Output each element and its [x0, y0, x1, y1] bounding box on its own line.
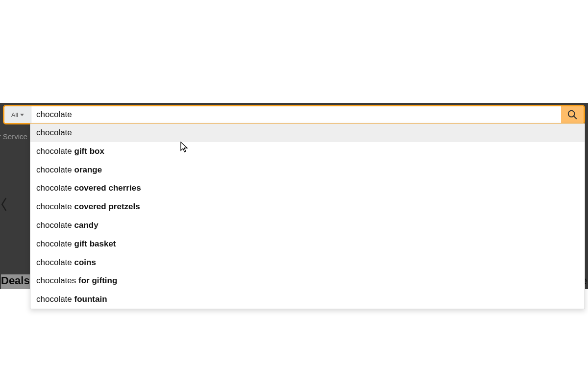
- suggestion-completion: candy: [74, 220, 98, 230]
- suggestion-completion: covered cherries: [74, 183, 141, 193]
- suggestion-prefix: chocolate: [36, 294, 74, 304]
- search-suggestion[interactable]: chocolate orange: [30, 161, 585, 179]
- suggestion-completion: fountain: [74, 294, 107, 304]
- suggestion-prefix: chocolate: [36, 202, 74, 211]
- search-suggestion[interactable]: chocolates for gifting: [30, 271, 585, 290]
- suggestion-prefix: chocolate: [36, 147, 74, 156]
- search-suggestion[interactable]: chocolate coins: [30, 253, 585, 272]
- caret-down-icon: [20, 114, 24, 116]
- search-suggestion[interactable]: chocolate: [30, 123, 585, 142]
- search-suggestion[interactable]: chocolate covered pretzels: [30, 197, 585, 216]
- suggestion-prefix: chocolate: [36, 165, 74, 174]
- suggestion-completion: for gifting: [78, 276, 117, 285]
- search-icon: [567, 109, 578, 120]
- suggestion-completion: covered pretzels: [74, 202, 140, 211]
- suggestion-completion: coins: [74, 258, 96, 267]
- search-suggestion[interactable]: chocolate candy: [30, 216, 585, 235]
- suggestion-prefix: chocolate: [36, 128, 72, 137]
- search-suggestion[interactable]: chocolate covered cherries: [30, 179, 585, 197]
- suggestion-prefix: chocolate: [36, 239, 74, 248]
- search-submit-button[interactable]: [561, 106, 584, 123]
- search-suggestions-dropdown: chocolatechocolate gift boxchocolate ora…: [30, 123, 585, 309]
- suggestion-completion: gift basket: [74, 239, 116, 248]
- search-suggestion[interactable]: chocolate gift basket: [30, 235, 585, 253]
- search-category-label: All: [11, 111, 18, 119]
- search-category-dropdown[interactable]: All: [4, 106, 31, 123]
- search-suggestion[interactable]: chocolate gift box: [30, 142, 585, 161]
- search-suggestion[interactable]: chocolate fountain: [30, 290, 585, 309]
- search-input[interactable]: [31, 106, 561, 123]
- svg-line-1: [574, 116, 577, 119]
- suggestion-prefix: chocolate: [36, 258, 74, 267]
- search-bar: All: [3, 105, 585, 124]
- suggestion-prefix: chocolate: [36, 220, 74, 230]
- suggestion-completion: gift box: [74, 147, 104, 156]
- suggestion-prefix: chocolates: [36, 276, 78, 285]
- suggestion-completion: orange: [74, 165, 102, 174]
- suggestion-prefix: chocolate: [36, 183, 74, 193]
